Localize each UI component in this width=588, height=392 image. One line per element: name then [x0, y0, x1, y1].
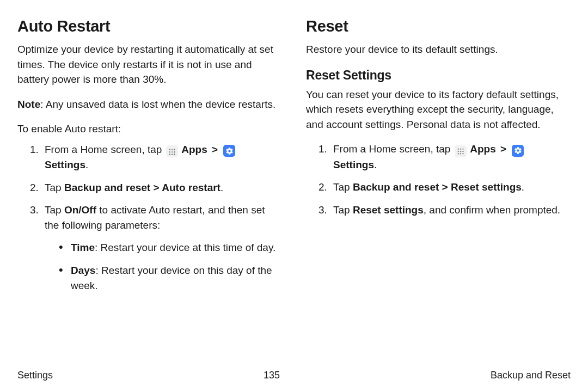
- settings-label: Settings: [333, 159, 374, 170]
- bullet-label: Days: [71, 265, 95, 276]
- bullet-text: : Restart your device at this time of da…: [95, 242, 275, 253]
- step-text: Tap: [333, 204, 353, 216]
- step-bold: Reset settings: [353, 204, 424, 216]
- list-item: Days: Restart your device on this day of…: [61, 263, 282, 293]
- list-item: Tap Reset settings, and confirm when pro…: [330, 203, 571, 218]
- auto-restart-heading: Auto Restart: [17, 17, 282, 35]
- step-text: Tap: [333, 181, 353, 193]
- auto-restart-note: Note: Any unsaved data is lost when the …: [17, 97, 282, 112]
- list-item: Tap Backup and reset > Reset settings.: [330, 180, 571, 195]
- step-suffix: , and confirm when prompted.: [424, 204, 560, 216]
- gear-icon: [512, 145, 524, 157]
- step-text: From a Home screen, tap: [333, 143, 454, 155]
- list-item: Time: Restart your device at this time o…: [61, 240, 282, 255]
- page-footer: Settings 135 Backup and Reset: [17, 364, 571, 381]
- period: .: [220, 182, 223, 193]
- apps-label: Apps: [468, 143, 499, 155]
- gear-icon: [223, 145, 235, 157]
- step-text: Tap: [45, 182, 64, 193]
- chevron-icon: >: [212, 144, 218, 155]
- reset-intro: Restore your device to its default setti…: [306, 42, 571, 57]
- step-text: From a Home screen, tap: [45, 144, 165, 155]
- step-bold: On/Off: [64, 204, 96, 216]
- period: .: [374, 159, 377, 170]
- apps-icon: [455, 145, 467, 157]
- list-item: From a Home screen, tap Apps > Settings.: [41, 142, 282, 173]
- right-column: Reset Restore your device to its default…: [306, 17, 571, 364]
- step-text: Tap: [45, 204, 64, 216]
- apps-label: Apps: [179, 144, 210, 155]
- reset-settings-heading: Reset Settings: [306, 68, 571, 83]
- parameter-bullets: Time: Restart your device at this time o…: [45, 240, 282, 293]
- chevron-icon: >: [500, 143, 506, 155]
- period: .: [85, 159, 88, 170]
- note-text: : Any unsaved data is lost when the devi…: [40, 99, 275, 110]
- period: .: [522, 181, 524, 193]
- auto-restart-leadin: To enable Auto restart:: [17, 121, 282, 137]
- left-column: Auto Restart Optimize your device by res…: [17, 17, 282, 364]
- auto-restart-intro: Optimize your device by restarting it au…: [17, 42, 282, 87]
- auto-restart-steps: From a Home screen, tap Apps > Settings.…: [17, 142, 282, 293]
- reset-settings-intro: You can reset your device to its factory…: [306, 87, 571, 132]
- list-item: Tap Backup and reset > Auto restart.: [41, 180, 282, 195]
- step-bold: Backup and reset > Reset settings: [353, 181, 522, 193]
- settings-label: Settings: [45, 159, 85, 170]
- reset-settings-steps: From a Home screen, tap Apps > Settings.…: [306, 142, 571, 217]
- list-item: Tap On/Off to activate Auto restart, and…: [41, 203, 282, 293]
- footer-right: Backup and Reset: [491, 370, 571, 381]
- step-bold: Backup and reset > Auto restart: [64, 182, 220, 193]
- footer-left: Settings: [17, 370, 53, 381]
- reset-heading: Reset: [306, 17, 571, 35]
- apps-icon: [166, 145, 178, 157]
- note-label: Note: [17, 99, 40, 110]
- bullet-label: Time: [71, 242, 95, 253]
- list-item: From a Home screen, tap Apps > Settings.: [330, 142, 571, 172]
- bullet-text: : Restart your device on this day of the…: [71, 265, 272, 291]
- footer-page-number: 135: [264, 370, 280, 381]
